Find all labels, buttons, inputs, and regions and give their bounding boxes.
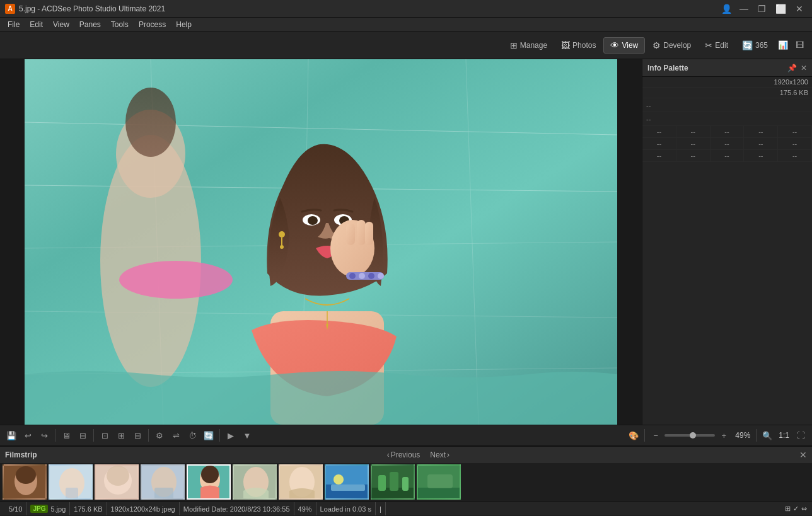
minimize-btn[interactable]: —	[736, 3, 751, 15]
info-grid-row2: -- -- -- -- --	[642, 138, 812, 150]
status-zoom-text: 49%	[298, 505, 312, 513]
refresh-btn[interactable]: 🔄	[201, 428, 216, 443]
manage-label: Manage	[520, 41, 547, 50]
thumb-4[interactable]	[141, 464, 185, 500]
zoom-out-btn[interactable]: −	[648, 428, 663, 443]
menu-panes[interactable]: Panes	[74, 19, 106, 30]
menu-edit[interactable]: Edit	[25, 19, 48, 30]
svg-rect-55	[331, 484, 365, 491]
status-filename: 5.jpg	[50, 505, 66, 513]
clock-btn[interactable]: ⏱	[185, 428, 200, 443]
chart-btn[interactable]: 📊	[775, 38, 791, 53]
develop-btn[interactable]: ⚙ Develop	[646, 38, 697, 53]
prev-btn[interactable]: ‹ Previous	[383, 449, 424, 461]
titlebar-controls: 👤 — ❐ ⬜ ✕	[719, 3, 807, 15]
layers-btn[interactable]: 🎞	[792, 38, 807, 53]
palette-btn[interactable]: 🎨	[626, 428, 641, 443]
info-row-1: --	[642, 98, 812, 112]
menu-file[interactable]: File	[3, 19, 25, 30]
info-filesize: 175.6 KB	[780, 89, 808, 96]
zoom-percent-display: 49%	[733, 431, 753, 440]
filmstrip-close-btn[interactable]: ✕	[799, 450, 807, 460]
zoom-1to1: 1:1	[776, 431, 792, 440]
status-dimensions: 1920x1200x24b jpeg	[107, 502, 180, 515]
svg-rect-60	[402, 477, 409, 491]
undo-btn[interactable]: ↩	[20, 428, 35, 443]
maximize-btn[interactable]: ⬜	[773, 3, 788, 15]
zoom-in-btn[interactable]: +	[716, 428, 731, 443]
svg-point-26	[280, 245, 284, 249]
svg-point-28	[349, 273, 356, 279]
photos-btn[interactable]: 🖼 Photos	[555, 38, 602, 53]
next-btn[interactable]: Next ›	[426, 449, 453, 461]
svg-rect-63	[418, 488, 461, 500]
manage-btn[interactable]: ⊞ Manage	[504, 38, 554, 53]
play-btn[interactable]: ▶	[223, 428, 238, 443]
check-icon[interactable]: ✓	[793, 505, 799, 513]
save-btn[interactable]: 💾	[4, 428, 19, 443]
zoom-fill-btn[interactable]: ⊟	[130, 428, 145, 443]
svg-rect-23	[365, 222, 373, 245]
crop-btn[interactable]: ⊡	[97, 428, 112, 443]
user-icon-btn[interactable]: 👤	[719, 3, 734, 15]
redo-btn[interactable]: ↪	[37, 428, 52, 443]
restore-btn[interactable]: ❐	[754, 3, 769, 15]
zoom-fit-btn[interactable]: ⊞	[113, 428, 129, 443]
grid-view-icon[interactable]: ⊞	[785, 505, 791, 513]
thumb-6[interactable]	[233, 464, 277, 500]
info-dimensions: 1920x1200	[774, 78, 808, 86]
thumb-9[interactable]	[371, 464, 415, 500]
info-close-btn[interactable]: ✕	[801, 64, 807, 72]
prev-label: Previous	[391, 450, 420, 459]
info-pin-btn[interactable]: 📌	[787, 64, 797, 72]
flip-btn[interactable]: ⇌	[168, 428, 183, 443]
prev-chevron-icon: ‹	[387, 450, 390, 459]
layout-btn[interactable]: ⊟	[75, 428, 90, 443]
more-btn[interactable]: ▼	[240, 428, 255, 443]
thumb-3[interactable]	[95, 464, 139, 500]
thumb-8[interactable]	[325, 464, 369, 500]
thumb-10[interactable]	[417, 464, 461, 500]
compare-icon[interactable]: ⇔	[801, 505, 807, 513]
svg-rect-21	[346, 223, 355, 245]
svg-point-11	[125, 88, 176, 157]
status-modified: Modified Date: 2020/8/23 10:36:55	[180, 502, 294, 515]
view-label: View	[622, 41, 638, 50]
thumb-2[interactable]	[49, 464, 93, 500]
titlebar: A 5.jpg - ACDSee Photo Studio Ultimate 2…	[0, 0, 812, 18]
photos-icon: 🖼	[561, 40, 570, 50]
tools-btn[interactable]: ⚙	[152, 428, 167, 443]
main-area: Info Palette 📌 ✕ 1920x1200 175.6 KB -- -…	[0, 59, 812, 425]
format-badge: JPG	[30, 505, 48, 513]
thumb-5[interactable]	[187, 464, 231, 500]
status-format: JPG 5.jpg	[26, 502, 70, 515]
titlebar-title: 5.jpg - ACDSee Photo Studio Ultimate 202…	[19, 4, 165, 13]
view-btn[interactable]: 👁 View	[603, 37, 645, 54]
close-btn[interactable]: ✕	[792, 3, 807, 15]
titlebar-left: A 5.jpg - ACDSee Photo Studio Ultimate 2…	[5, 4, 165, 14]
365-btn[interactable]: 🔄 365	[736, 38, 774, 53]
menu-process[interactable]: Process	[134, 19, 171, 30]
zoom-slider[interactable]	[664, 434, 715, 437]
365-label: 365	[755, 41, 768, 50]
filmstrip-header: Filmstrip ‹ Previous Next › ✕	[0, 447, 812, 463]
status-dimensions-text: 1920x1200x24b jpeg	[111, 505, 175, 513]
screen-btn[interactable]: 🖥	[59, 428, 74, 443]
edit-label: Edit	[715, 41, 728, 50]
menu-help[interactable]: Help	[171, 19, 197, 30]
status-right-icons: ⊞ ✓ ⇔	[785, 505, 807, 513]
info-palette-header: Info Palette 📌 ✕	[642, 59, 812, 77]
filmstrip-nav: ‹ Previous Next ›	[383, 449, 453, 461]
fullscreen-btn[interactable]: ⛶	[793, 428, 808, 443]
svg-point-30	[368, 273, 374, 279]
status-filesize-text: 175.6 KB	[74, 505, 102, 513]
menu-view[interactable]: View	[48, 19, 74, 30]
info-palette-title: Info Palette	[647, 64, 688, 72]
edit-btn[interactable]: ✂ Edit	[699, 38, 734, 53]
menu-tools[interactable]: Tools	[106, 19, 134, 30]
zoom-fit2-btn[interactable]: 🔍	[760, 428, 775, 443]
thumb-1[interactable]	[3, 464, 47, 500]
zoom-slider-track[interactable]	[664, 434, 715, 437]
thumb-7[interactable]	[279, 464, 323, 500]
sep3	[148, 429, 149, 442]
